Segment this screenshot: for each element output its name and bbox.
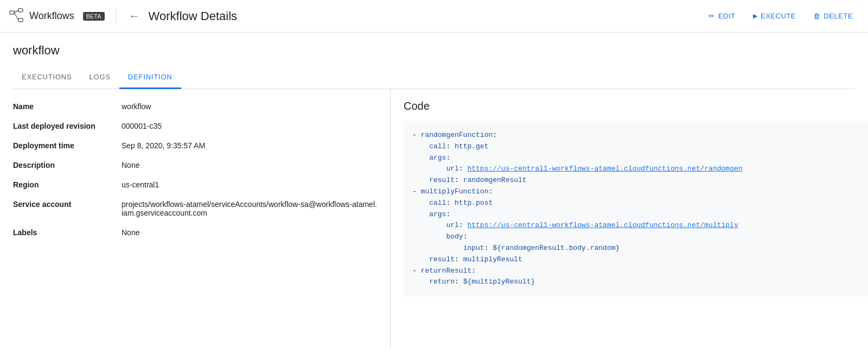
tabs-bar: EXECUTIONS LOGS DEFINITION — [13, 66, 855, 89]
code-line-10: body: — [412, 231, 859, 243]
code-title: Code — [404, 100, 868, 112]
code-line-5: result: randomgenResult — [412, 175, 859, 186]
edit-label: EDIT — [718, 12, 736, 20]
revision-value: 000001-c35 — [122, 122, 162, 130]
svg-line-4 — [14, 12, 18, 20]
code-line-1: - randomgenFunction: — [412, 130, 859, 141]
randomgen-url-link[interactable]: https://us-central1-workflows-atamel.clo… — [467, 165, 742, 173]
detail-region-row: Region us-central1 — [13, 180, 377, 189]
tab-executions[interactable]: EXECUTIONS — [13, 66, 81, 89]
detail-revision-row: Last deployed revision 000001-c35 — [13, 122, 377, 130]
execute-icon: ▶ — [753, 12, 758, 20]
workflow-name: workflow — [13, 43, 855, 58]
name-label: Name — [13, 102, 122, 111]
execute-button[interactable]: ▶ EXECUTE — [746, 8, 802, 24]
code-block: - randomgenFunction: call: http.get args… — [404, 121, 868, 297]
detail-service-account-row: Service account projects/workflows-atame… — [13, 200, 377, 217]
revision-label: Last deployed revision — [13, 122, 122, 130]
app-logo-section: Workflows BETA — [9, 8, 116, 24]
service-account-value: projects/workflows-atamel/serviceAccount… — [122, 200, 377, 217]
header-actions: ✏ EDIT ▶ EXECUTE 🗑 DELETE — [702, 8, 859, 24]
description-label: Description — [13, 161, 122, 169]
code-line-6: - multiplyFunction: — [412, 186, 859, 198]
details-panel: Name workflow Last deployed revision 000… — [0, 89, 391, 350]
code-line-2: call: http.get — [412, 141, 859, 153]
code-line-3: args: — [412, 153, 859, 164]
region-label: Region — [13, 180, 122, 189]
execute-label: EXECUTE — [761, 12, 796, 20]
region-value: us-central1 — [122, 180, 159, 189]
multiply-url-link[interactable]: https://us-central1-workflows-atamel.clo… — [467, 221, 738, 229]
workflows-icon — [9, 8, 24, 24]
delete-label: DELETE — [824, 12, 853, 20]
detail-labels-row: Labels None — [13, 228, 377, 237]
labels-label: Labels — [13, 228, 122, 237]
code-line-12: result: multiplyResult — [412, 254, 859, 266]
description-value: None — [122, 161, 139, 169]
delete-icon: 🗑 — [813, 12, 821, 20]
tab-executions-label: EXECUTIONS — [22, 73, 72, 81]
tab-logs[interactable]: LOGS — [81, 66, 119, 89]
detail-name-row: Name workflow — [13, 102, 377, 111]
edit-button[interactable]: ✏ EDIT — [702, 8, 742, 24]
page-title: Workflow Details — [149, 9, 237, 23]
tab-definition-label: DEFINITION — [128, 73, 173, 81]
code-line-8: args: — [412, 209, 859, 221]
edit-icon: ✏ — [709, 12, 715, 20]
deployment-time-label: Deployment time — [13, 141, 122, 150]
code-line-11: input: ${randomgenResult.body.random} — [412, 243, 859, 254]
svg-line-3 — [14, 10, 18, 12]
delete-button[interactable]: 🗑 DELETE — [807, 8, 859, 24]
deployment-time-value: Sep 8, 2020, 9:35:57 AM — [122, 141, 205, 150]
back-arrow-icon: ← — [129, 10, 140, 22]
tab-definition[interactable]: DEFINITION — [119, 66, 181, 89]
labels-value: None — [122, 228, 139, 237]
tab-logs-label: LOGS — [90, 73, 111, 81]
code-panel: Code - randomgenFunction: call: http.get… — [391, 89, 868, 350]
svg-rect-2 — [18, 18, 23, 22]
code-line-4: url: https://us-central1-workflows-atame… — [412, 164, 859, 175]
code-line-7: call: http.post — [412, 198, 859, 209]
code-line-14: return: ${multiplyResult} — [412, 276, 859, 288]
svg-rect-1 — [18, 9, 23, 12]
app-name: Workflows — [29, 10, 74, 22]
header-nav: ← Workflow Details — [116, 8, 703, 24]
code-line-13: - returnResult: — [412, 266, 859, 277]
back-button[interactable]: ← — [127, 8, 142, 24]
page-content: workflow EXECUTIONS LOGS DEFINITION — [0, 33, 868, 89]
app-header: Workflows BETA ← Workflow Details ✏ EDIT… — [0, 0, 868, 33]
detail-description-row: Description None — [13, 161, 377, 169]
name-value: workflow — [122, 102, 151, 111]
main-layout: Name workflow Last deployed revision 000… — [0, 89, 868, 350]
service-account-label: Service account — [13, 200, 122, 209]
code-line-9: url: https://us-central1-workflows-atame… — [412, 220, 859, 231]
detail-deployment-time-row: Deployment time Sep 8, 2020, 9:35:57 AM — [13, 141, 377, 150]
beta-badge: BETA — [83, 12, 105, 21]
svg-rect-0 — [10, 11, 14, 14]
